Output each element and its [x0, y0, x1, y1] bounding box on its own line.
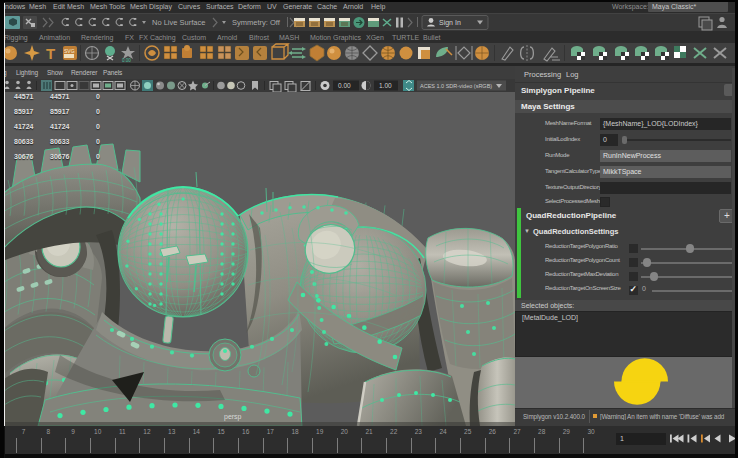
svg-text:1.00: 1.00 [379, 82, 392, 89]
svg-text:Sign In: Sign In [439, 19, 461, 27]
svg-text:0.00: 0.00 [338, 82, 351, 89]
svg-text:No Live Surface: No Live Surface [152, 18, 205, 27]
svg-text:T: T [46, 45, 55, 62]
svg-text:Symmetry: Off: Symmetry: Off [232, 18, 281, 27]
svg-text:ACES 1.0 SDR-video (sRGB): ACES 1.0 SDR-video (sRGB) [420, 83, 492, 89]
svg-text:0.00: 0.00 [122, 58, 131, 63]
svg-text:SVG: SVG [64, 48, 75, 54]
